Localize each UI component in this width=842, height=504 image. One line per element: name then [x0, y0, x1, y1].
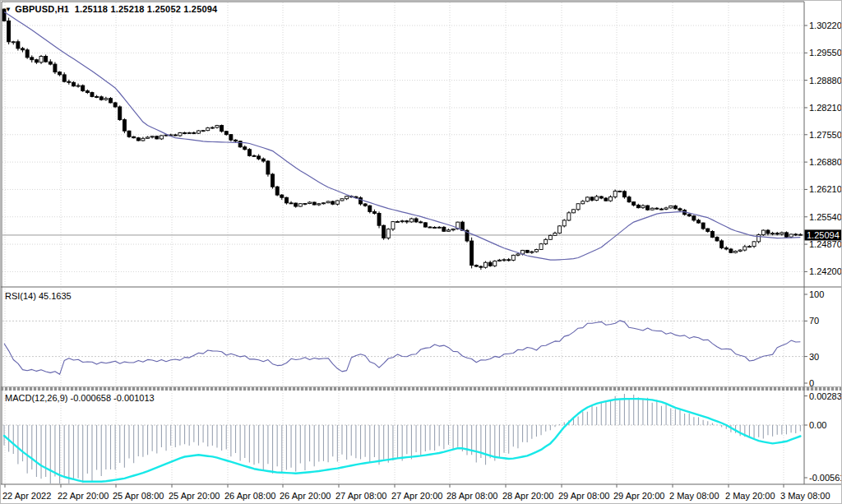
- price-axis[interactable]: [803, 1, 841, 484]
- symbol-dropdown-icon[interactable]: ▼: [5, 6, 12, 13]
- rsi-indicator-label: RSI(14) 45.1635: [5, 291, 72, 301]
- panel-splitter-handle[interactable]: [1, 387, 842, 391]
- macd-indicator-label: MACD(12,26,9) -0.000658 -0.001013: [5, 393, 155, 403]
- chart-header: ▼GBPUSD,H1 1.25118 1.25218 1.25052 1.250…: [5, 4, 217, 14]
- time-axis[interactable]: [1, 484, 842, 504]
- chart-canvas[interactable]: 1.302201.295501.288801.282101.275501.268…: [1, 1, 842, 504]
- ohlc-values: 1.25118 1.25218 1.25052 1.25094: [75, 4, 218, 14]
- trading-chart-window: 1.302201.295501.288801.282101.275501.268…: [0, 0, 842, 504]
- symbol-title: GBPUSD,H1: [15, 4, 69, 14]
- chart-background: [1, 1, 842, 504]
